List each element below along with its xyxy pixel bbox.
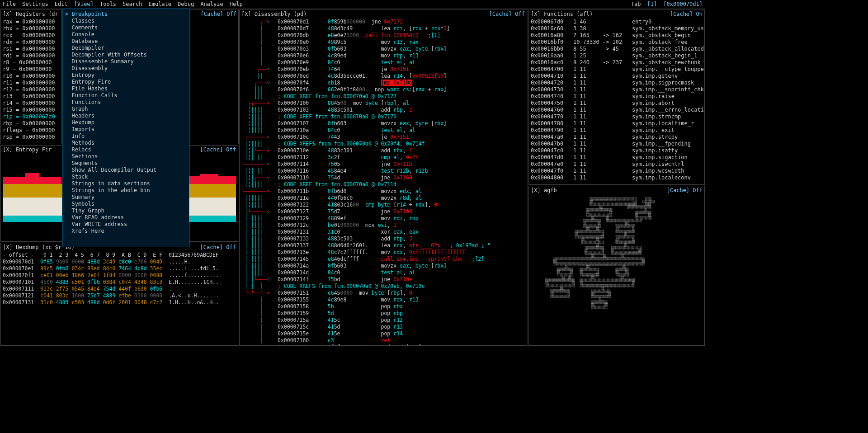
view-menu-item[interactable]: Classes [65,18,186,24]
function-row[interactable]: 0x000067d0 1 46 entry0 [531,19,703,25]
menu-item[interactable]: Edit [55,1,68,8]
disasm-row[interactable]: ││╎│ ││ 0x00007116 4584e4 test r12b, r12… [241,168,525,174]
disasm-row[interactable]: │╎│ ││ 0x00007112 3c2f cmp al, 0x2f [241,154,525,161]
view-menu-item[interactable]: Var READ address [65,214,186,221]
disasm-row[interactable]: │ ││││ 0x00007133 4883c503 add rbp, 3 [241,235,525,242]
view-menu-item[interactable]: Symbols [65,201,186,207]
function-row[interactable]: 0x00016aa0 1 25 sym._obstack_begin_1 [531,52,703,59]
disasm-row[interactable]: ┌───< 0x000070f4 eb18 jmp 0x710e [241,80,525,86]
menu-item[interactable]: File [3,1,16,8]
view-menu-item[interactable]: Functions [65,99,186,106]
disasm-row[interactable]: │ 0x00007160 c3 ret [241,337,525,344]
disasm-row[interactable]: │ 0x00007155 4c89e8 mov rax, r13 [241,297,525,303]
disasm-row[interactable]: │ │ │ ; CODE XREFS from fcn.000070a0 @ 0… [241,283,525,290]
function-row[interactable]: 0x00004730 1 11 sym.imp.__snprintf_chk [531,86,703,93]
view-menu-item[interactable]: File Hashes [65,85,186,92]
disasm-row[interactable]: │ ││││ 0x0000713e 48c7c2ffffff. mov rdx,… [241,249,525,256]
menu-item[interactable]: Tools [100,1,116,8]
disasm-row[interactable]: │└──── < 0x00007127 75d7 jne 0x7100 [241,208,525,215]
function-row[interactable]: 0x00004800 1 11 sym.imp.localeconv [531,174,703,181]
view-menu-item[interactable]: Graph [65,106,186,113]
menu-item[interactable]: Debug [178,1,194,8]
disasm-row[interactable]: │ │└───< 0x0000714f 75bd jne 0x710e [241,276,525,283]
functions-panel[interactable]: [X] Functions (afl)[Cache] On 0x000067d0… [528,9,705,185]
view-menu-item[interactable]: Entropy Fire [65,79,186,85]
function-row[interactable]: 0x00004700 1 11 sym.imp.__ctype_toupper_ [531,66,703,73]
function-row[interactable]: 0x00004790 1 11 sym.imp._exit [531,127,703,134]
disasm-row[interactable]: │╎││││ 0x0000711e 440fb6c0 movzx r8d, al [241,195,525,202]
function-row[interactable]: 0x000047e0 1 11 sym.imp.iswcntrl [531,161,703,168]
view-menu-item[interactable]: Decompiler With Offsets [65,52,186,58]
menu-item[interactable]: Search [123,1,142,8]
disasm-row[interactable]: │ 0x000070e9 84c0 test al, al [241,59,525,66]
function-row[interactable]: 0x00016ac0 8 240 -> 237 sym._obstack_new… [531,59,703,66]
disasm-row[interactable]: │ ││││ 0x0000714a 0fb603 movzx eax, byte… [241,263,525,269]
disasm-row[interactable]: ┌┌────> 0x00007100 884500 mov byte [rbp]… [241,100,525,107]
function-row[interactable]: 0x000047f0 1 11 sym.imp.wcswidth [531,168,703,174]
disasm-row[interactable]: │╎│└───> 0x0000710e 4883c301 add rbx, 1 [241,147,525,154]
disasm-row[interactable]: │ ││││ 0x00007131 31c0 xor eax, eax [241,229,525,235]
disasm-row[interactable]: │╎││││ 0x00007122 41803c1600 cmp byte [r… [241,202,525,208]
menu-item[interactable]: Emulate [148,1,171,8]
view-menu-item[interactable]: Info [65,133,186,140]
function-row[interactable]: 0x000047c0 1 11 sym.imp.isatty [531,147,703,154]
menu-item[interactable]: Help [230,1,243,8]
function-row[interactable]: 0x00004760 1 11 sym.imp.__errno_location [531,107,703,113]
view-menu-item[interactable]: Var WRITE address [65,221,186,228]
disasm-row[interactable]: │ 0x00007159 5d pop rbp [241,310,525,317]
view-menu-item[interactable]: Disassembly [65,65,186,72]
function-row[interactable]: 0x00016a80 7 165 -> 162 sym._obstack_beg… [531,32,703,39]
view-menu-item[interactable]: Tiny Graph [65,207,186,214]
disasm-row[interactable]: ││╎│┌───< 0x00007119 754d jne 0x7168 [241,174,525,181]
function-row[interactable]: 0x00004770 1 11 sym.imp.strncmp [531,113,703,120]
view-menu-item[interactable]: Show All Decompiler Output [65,167,186,174]
disasm-row[interactable]: │ 0x0000715a 415c pop r12 [241,317,525,324]
disasm-row[interactable]: │ ││││ 0x0000712c be01000000 mov esi, 1 [241,222,525,229]
function-row[interactable]: 0x000047a0 1 11 sym.imp.strcpy [531,134,703,141]
view-menu-item[interactable]: Methods [65,140,186,146]
disasm-row[interactable]: │ 0x000070d7 488d3c49 lea rdi, [rcx + rc… [241,25,525,32]
disasm-row[interactable]: │ ││││ 0x00007145 e846dcffff call sym.im… [241,256,525,263]
view-menu-item[interactable]: Strings in the whole bin [65,187,186,194]
view-menu-item[interactable]: Relocs [65,146,186,153]
view-menu-item[interactable]: Entropy [65,72,186,79]
disasm-row[interactable]: │ 0x000070db e8e0e70000 call fcn.000158c… [241,32,525,39]
menu-item[interactable]: Settings [22,1,48,8]
view-menu-item[interactable]: Imports [65,126,186,133]
disasm-row[interactable]: │ 0x00007158 5b pop rbx [241,303,525,310]
disasm-row[interactable]: │││ 0x000070f6 662e0f1f8400. nop word cs… [241,86,525,93]
view-menu-item[interactable]: Xrefs Here [65,228,186,235]
view-menu-item[interactable]: Stack [65,174,186,180]
disasm-row[interactable]: │ 0x000070e0 4989c5 mov r13, rax [241,39,525,46]
disasm-row[interactable]: │││ ; CODE XREF from fcn.000070a0 @ 0x71… [241,93,525,100]
view-menu-item[interactable]: Disassemble Summary [65,58,186,65]
function-row[interactable]: 0x00004750 1 11 sym.imp.abort [531,100,703,107]
disasm-row[interactable]: │ 0x0000715e 415e pop r14 [241,330,525,337]
disasm-row[interactable]: 0x00007161 0f1f80000000. nop dword [rax] [241,344,525,346]
disasm-row[interactable]: └───────> 0x0000711b 0fb6d0 movzx edx, a… [241,188,525,195]
disasm-row[interactable]: ┌────── < 0x00007114 7505 jne 0x711b [241,161,525,168]
disasm-row[interactable]: ┌──────< 0x0000710c 7443 je 0x7151 [241,134,525,141]
function-row[interactable]: 0x00016c60 3 38 sym._obstack_memory_used [531,25,703,32]
view-menu-item[interactable]: Sections [65,153,186,160]
disasm-row[interactable]: ╎││││ 0x0000710a 84c0 test al, al [241,127,525,134]
view-menu[interactable]: > Breakpoints Classes Comments Console D… [62,9,189,247]
disasm-row[interactable]: ┌─< 0x000070d1 0f859b000000 jne 0x7172 [241,19,525,25]
disasm-row[interactable]: ╎││││ 0x00007103 4883c501 add rbp, 1 [241,107,525,113]
disasm-row[interactable]: │ ││││ 0x00007137 488d0d6f2601. lea rcx,… [241,242,525,249]
view-menu-item[interactable]: Hexdump [65,119,186,126]
disasm-row[interactable]: │ ││││ 0x00007129 4889ef mov rdi, rbp [241,215,525,222]
view-menu-item[interactable]: Segments [65,160,186,167]
function-row[interactable]: 0x00004710 1 11 sym.imp.getenv [531,73,703,80]
function-row[interactable]: 0x000047d0 1 11 sym.imp.sigaction [531,154,703,161]
function-row[interactable]: 0x00004780 1 11 sym.imp.localtime_r [531,120,703,127]
disasm-row[interactable]: ││╎││││ ; CODE XREF from fcn.000070a0 @ … [241,181,525,188]
function-row[interactable]: 0x00004740 1 11 sym.imp.raise [531,93,703,100]
disasm-row[interactable]: │╎││││ ; CODE XREFS from fcn.000070a0 @ … [241,141,525,147]
function-row[interactable]: 0x00016bb0 8 55 -> 45 sym._obstack_alloc… [531,46,703,52]
disasm-row[interactable]: ┌──< 0x000070eb 7464 je 0x7151 [241,66,525,73]
view-menu-item[interactable]: > Breakpoints [65,11,186,18]
disasm-row[interactable]: │ 0x000070e3 0fb603 movzx eax, byte [rbx… [241,46,525,52]
view-menu-item[interactable]: Function Calls [65,92,186,99]
disasm-row[interactable]: │ ││││ 0x0000714d 84c0 test al, al [241,269,525,276]
